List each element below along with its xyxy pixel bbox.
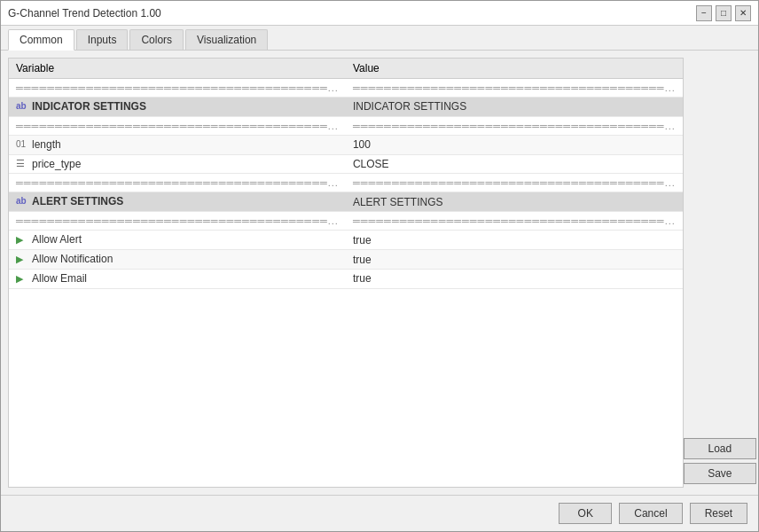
- tab-common[interactable]: Common: [8, 29, 74, 51]
- row-variable: ▶Allow Alert: [9, 231, 346, 250]
- tab-inputs[interactable]: Inputs: [76, 29, 129, 50]
- minimize-button[interactable]: −: [696, 5, 712, 21]
- section-value: ALERT SETTINGS: [346, 192, 683, 212]
- tab-visualization[interactable]: Visualization: [185, 29, 268, 50]
- tab-bar: Common Inputs Colors Visualization: [1, 26, 758, 51]
- col-value: Value: [346, 59, 683, 79]
- divider-variable: ════════════════════════════════════════…: [9, 174, 346, 192]
- table-row[interactable]: ▶Allow Alert true: [9, 231, 683, 250]
- table-row[interactable]: ════════════════════════════════════════…: [9, 79, 683, 98]
- table-row[interactable]: abINDICATOR SETTINGS INDICATOR SETTINGS: [9, 98, 683, 117]
- row-variable: 01length: [9, 135, 346, 154]
- row-variable: ☰price_type: [9, 154, 346, 174]
- save-button[interactable]: Save: [684, 463, 756, 484]
- divider-variable: ════════════════════════════════════════…: [9, 116, 346, 135]
- divider-variable: ════════════════════════════════════════…: [9, 212, 346, 231]
- section-value: INDICATOR SETTINGS: [346, 98, 683, 117]
- table-row[interactable]: ▶Allow Notification true: [9, 250, 683, 270]
- table-row[interactable]: ════════════════════════════════════════…: [9, 116, 683, 135]
- reset-button[interactable]: Reset: [690, 503, 747, 524]
- table-row[interactable]: ▶Allow Email true: [9, 269, 683, 288]
- row-value: CLOSE: [346, 154, 683, 174]
- divider-value: ════════════════════════════════════════…: [346, 79, 683, 98]
- divider-variable: ════════════════════════════════════════…: [9, 79, 346, 98]
- section-variable: abALERT SETTINGS: [9, 192, 346, 212]
- row-value: true: [346, 269, 683, 288]
- maximize-button[interactable]: □: [716, 5, 732, 21]
- table-row[interactable]: ════════════════════════════════════════…: [9, 212, 683, 231]
- title-bar: G-Channel Trend Detection 1.00 − □ ✕: [1, 1, 758, 26]
- divider-value: ════════════════════════════════════════…: [346, 174, 683, 192]
- number-icon: 01: [16, 139, 28, 152]
- main-window: G-Channel Trend Detection 1.00 − □ ✕ Com…: [0, 0, 759, 532]
- row-value: 100: [346, 135, 683, 154]
- variables-table: Variable Value ═════════════════════════…: [9, 59, 683, 289]
- table-row[interactable]: ☰price_type CLOSE: [9, 154, 683, 174]
- arrow-icon: ▶: [16, 234, 28, 246]
- ok-button[interactable]: OK: [559, 503, 612, 524]
- row-variable: ▶Allow Notification: [9, 250, 346, 270]
- ab-icon: ab: [16, 101, 28, 113]
- divider-value: ════════════════════════════════════════…: [346, 116, 683, 135]
- cancel-button[interactable]: Cancel: [619, 503, 682, 524]
- arrow-icon: ▶: [16, 254, 28, 266]
- arrow-icon: ▶: [16, 273, 28, 286]
- table-container[interactable]: Variable Value ═════════════════════════…: [8, 58, 684, 488]
- close-button[interactable]: ✕: [735, 5, 751, 21]
- section-variable: abINDICATOR SETTINGS: [9, 98, 346, 117]
- table-row[interactable]: 01length 100: [9, 135, 683, 154]
- row-variable: ▶Allow Email: [9, 269, 346, 288]
- content-area: Variable Value ═════════════════════════…: [1, 51, 758, 495]
- row-value: true: [346, 250, 683, 270]
- ab-icon: ab: [16, 196, 28, 208]
- bottom-bar: OK Cancel Reset: [1, 495, 758, 531]
- col-variable: Variable: [9, 59, 346, 79]
- row-value: true: [346, 231, 683, 250]
- window-controls: − □ ✕: [696, 5, 751, 21]
- window-title: G-Channel Trend Detection 1.00: [8, 7, 161, 20]
- load-button[interactable]: Load: [684, 438, 756, 459]
- tab-colors[interactable]: Colors: [129, 29, 184, 50]
- main-panel: Variable Value ═════════════════════════…: [1, 51, 758, 495]
- table-row[interactable]: ════════════════════════════════════════…: [9, 174, 683, 192]
- divider-value: ════════════════════════════════════════…: [346, 212, 683, 231]
- main-content-row: Variable Value ═════════════════════════…: [8, 58, 758, 488]
- table-row[interactable]: abALERT SETTINGS ALERT SETTINGS: [9, 192, 683, 212]
- side-button-area: Load Save: [684, 58, 758, 488]
- list-icon: ☰: [16, 158, 28, 170]
